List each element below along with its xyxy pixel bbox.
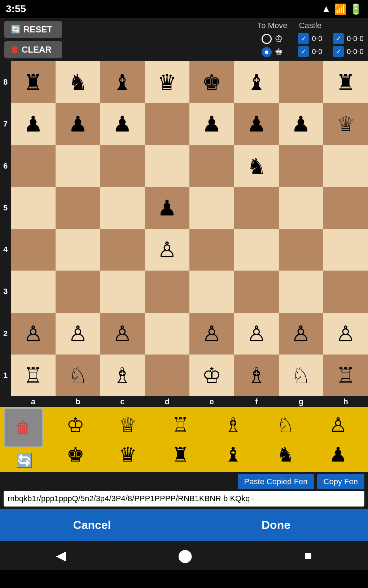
copy-fen-button[interactable]: Copy Fen <box>317 474 364 489</box>
sq-b7[interactable]: ♟ <box>56 103 100 145</box>
sq-d4[interactable]: ♙ <box>145 229 189 271</box>
sq-e8[interactable]: ♚ <box>189 61 234 103</box>
clear-button[interactable]: 🗑 CLEAR <box>4 41 62 58</box>
sq-b1[interactable]: ♘ <box>56 355 100 396</box>
sq-e1[interactable]: ♔ <box>189 355 234 396</box>
sq-h4[interactable] <box>323 229 368 271</box>
piece-white-knight[interactable]: ♘ <box>259 410 312 440</box>
sq-e2[interactable]: ♙ <box>189 313 234 355</box>
rank-8: 8 <box>0 61 11 103</box>
piece-black-knight[interactable]: ♞ <box>259 440 312 469</box>
sq-c6[interactable] <box>100 145 145 187</box>
white-queenside-label: 0-0-0 <box>347 35 364 43</box>
sq-f7[interactable]: ♟ <box>234 103 279 145</box>
fen-input[interactable] <box>4 491 364 507</box>
piece-white-bishop[interactable]: ♗ <box>207 410 259 440</box>
sq-a4[interactable] <box>11 229 56 271</box>
sq-e7[interactable]: ♟ <box>189 103 234 145</box>
sq-f4[interactable] <box>234 229 279 271</box>
sq-c5[interactable] <box>100 187 145 229</box>
flip-board-button[interactable]: 🔄 <box>10 450 39 471</box>
sq-a2[interactable]: ♙ <box>11 313 56 355</box>
trash-icon: 🗑 <box>16 419 31 437</box>
sq-d8[interactable]: ♛ <box>145 61 189 103</box>
sq-d7[interactable] <box>145 103 189 145</box>
sq-e4[interactable] <box>189 229 234 271</box>
sq-h3[interactable] <box>323 271 368 312</box>
cancel-button[interactable]: Cancel <box>0 509 184 541</box>
sq-d2[interactable] <box>145 313 189 355</box>
sq-c4[interactable] <box>100 229 145 271</box>
piece-white-queen[interactable]: ♕ <box>102 410 154 440</box>
sq-f3[interactable] <box>234 271 279 312</box>
sq-b3[interactable] <box>56 271 100 312</box>
sq-d1[interactable] <box>145 355 189 396</box>
sq-f8[interactable]: ♝ <box>234 61 279 103</box>
sq-d5[interactable]: ♟ <box>145 187 189 229</box>
home-icon[interactable]: ⬤ <box>178 548 192 563</box>
white-radio[interactable] <box>262 34 272 44</box>
sq-g2[interactable]: ♙ <box>279 313 324 355</box>
piece-white-king[interactable]: ♔ <box>49 410 102 440</box>
sq-f2[interactable]: ♙ <box>234 313 279 355</box>
sq-c2[interactable]: ♙ <box>100 313 145 355</box>
sq-b6[interactable] <box>56 145 100 187</box>
piece-black-pawn[interactable]: ♟ <box>312 440 364 469</box>
sq-c7[interactable]: ♟ <box>100 103 145 145</box>
sq-b2[interactable]: ♙ <box>56 313 100 355</box>
paste-copied-fen-button[interactable]: Paste Copied Fen <box>238 474 314 489</box>
sq-b4[interactable] <box>56 229 100 271</box>
sq-g6[interactable] <box>279 145 324 187</box>
piece-white-rook[interactable]: ♖ <box>154 410 207 440</box>
sq-h8[interactable]: ♜ <box>323 61 368 103</box>
piece-black-king[interactable]: ♚ <box>49 440 102 469</box>
black-kingside-checkbox[interactable]: ✓ <box>298 46 309 57</box>
sq-e3[interactable] <box>189 271 234 312</box>
sq-a3[interactable] <box>11 271 56 312</box>
sq-c3[interactable] <box>100 271 145 312</box>
sq-g7[interactable]: ♟ <box>279 103 324 145</box>
sq-f6[interactable]: ♞ <box>234 145 279 187</box>
sq-b5[interactable] <box>56 187 100 229</box>
rank-7: 7 <box>0 103 11 145</box>
piece-white-pawn[interactable]: ♙ <box>312 410 364 440</box>
black-radio[interactable] <box>262 47 272 57</box>
sq-c8[interactable]: ♝ <box>100 61 145 103</box>
white-kingside-checkbox[interactable]: ✓ <box>298 33 309 44</box>
white-kingside-label: 0-0 <box>312 35 322 43</box>
black-queenside-checkbox[interactable]: ✓ <box>333 46 344 57</box>
sq-d6[interactable] <box>145 145 189 187</box>
sq-h2[interactable]: ♙ <box>323 313 368 355</box>
back-icon[interactable]: ◀ <box>56 548 66 563</box>
sq-e5[interactable] <box>189 187 234 229</box>
piece-black-queen[interactable]: ♛ <box>102 440 154 469</box>
sq-a6[interactable] <box>11 145 56 187</box>
delete-piece-button[interactable]: 🗑 <box>4 408 43 447</box>
sq-a7[interactable]: ♟ <box>11 103 56 145</box>
white-queenside-checkbox[interactable]: ✓ <box>333 33 344 44</box>
piece-black-rook[interactable]: ♜ <box>154 440 207 469</box>
sq-f5[interactable] <box>234 187 279 229</box>
sq-g8[interactable] <box>279 61 324 103</box>
sq-h1[interactable]: ♖ <box>323 355 368 396</box>
file-f: f <box>234 396 279 407</box>
sq-g5[interactable] <box>279 187 324 229</box>
reset-button[interactable]: 🔄 RESET <box>4 21 62 38</box>
sq-e6[interactable] <box>189 145 234 187</box>
sq-d3[interactable] <box>145 271 189 312</box>
recents-icon[interactable]: ■ <box>304 548 312 563</box>
sq-a8[interactable]: ♜ <box>11 61 56 103</box>
sq-g1[interactable]: ♘ <box>279 355 324 396</box>
sq-h7[interactable]: ♕ <box>323 103 368 145</box>
done-button[interactable]: Done <box>184 509 368 541</box>
sq-g4[interactable] <box>279 229 324 271</box>
sq-g3[interactable] <box>279 271 324 312</box>
sq-b8[interactable]: ♞ <box>56 61 100 103</box>
sq-a1[interactable]: ♖ <box>11 355 56 396</box>
sq-h5[interactable] <box>323 187 368 229</box>
sq-f1[interactable]: ♗ <box>234 355 279 396</box>
piece-black-bishop[interactable]: ♝ <box>207 440 259 469</box>
sq-h6[interactable] <box>323 145 368 187</box>
sq-a5[interactable] <box>11 187 56 229</box>
sq-c1[interactable]: ♗ <box>100 355 145 396</box>
